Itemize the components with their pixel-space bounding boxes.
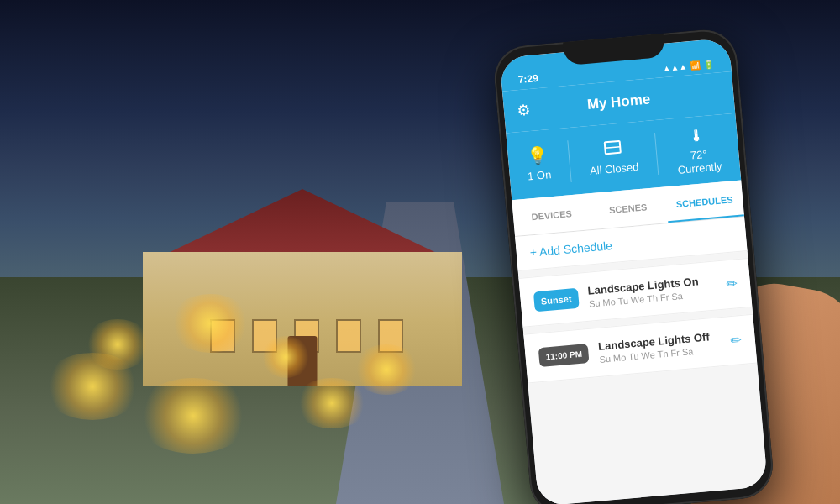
status-time: 7:29 — [517, 72, 538, 86]
schedule-badge-time: 11:00 PM — [538, 344, 590, 367]
phone-frame: 7:29 ▲▲▲ 📶 🔋 ⚙ My Home 💡 1 On — [491, 27, 775, 504]
tab-schedules[interactable]: SCHEDULES — [664, 180, 744, 223]
schedule-edit-icon[interactable]: ✏ — [725, 276, 738, 292]
doors-label: All Closed — [589, 160, 639, 178]
door-icon — [602, 139, 622, 160]
temp-stat: 🌡 72°Currently — [674, 123, 722, 176]
schedule-info: Landscape Lights On Su Mo Tu We Th Fr Sa — [587, 274, 717, 309]
landscape-light — [260, 336, 311, 378]
thermometer-icon: 🌡 — [688, 125, 706, 146]
phone-wrapper: 7:29 ▲▲▲ 📶 🔋 ⚙ My Home 💡 1 On — [491, 21, 840, 504]
gear-button[interactable]: ⚙ — [516, 101, 531, 120]
battery-icon: 🔋 — [704, 60, 715, 70]
status-icons: ▲▲▲ 📶 🔋 — [662, 60, 714, 73]
wifi-icon: 📶 — [690, 60, 701, 71]
phone-screen: 7:29 ▲▲▲ 📶 🔋 ⚙ My Home 💡 1 On — [499, 38, 768, 504]
svg-line-1 — [605, 147, 620, 149]
landscape-light — [168, 294, 252, 353]
doors-stat: All Closed — [587, 138, 639, 178]
schedule-item: 11:00 PM Landscape Lights Off Su Mo Tu W… — [523, 314, 757, 384]
content-area: + Add Schedule Sunset Landscape Lights O… — [515, 217, 768, 504]
landscape-light — [42, 353, 143, 420]
schedule-edit-icon[interactable]: ✏ — [730, 332, 743, 349]
stat-divider — [567, 140, 571, 182]
house-window — [336, 319, 361, 353]
signal-icon: ▲▲▲ — [662, 61, 688, 73]
landscape-light — [294, 378, 370, 428]
house — [109, 202, 512, 386]
lightbulb-icon: 💡 — [527, 145, 549, 167]
schedule-badge-sunset: Sunset — [533, 287, 580, 312]
lights-stat: 💡 1 On — [525, 144, 552, 183]
stat-divider — [654, 133, 659, 175]
tab-devices[interactable]: DEVICES — [512, 193, 591, 236]
tab-scenes[interactable]: SCENES — [588, 186, 668, 229]
schedule-info: Landscape Lights Off Su Mo Tu We Th Fr S… — [598, 329, 722, 365]
landscape-light — [353, 344, 420, 395]
landscape-light — [134, 378, 252, 454]
temp-label: 72°Currently — [676, 146, 722, 176]
lights-label: 1 On — [528, 168, 552, 183]
app-title: My Home — [586, 91, 651, 113]
